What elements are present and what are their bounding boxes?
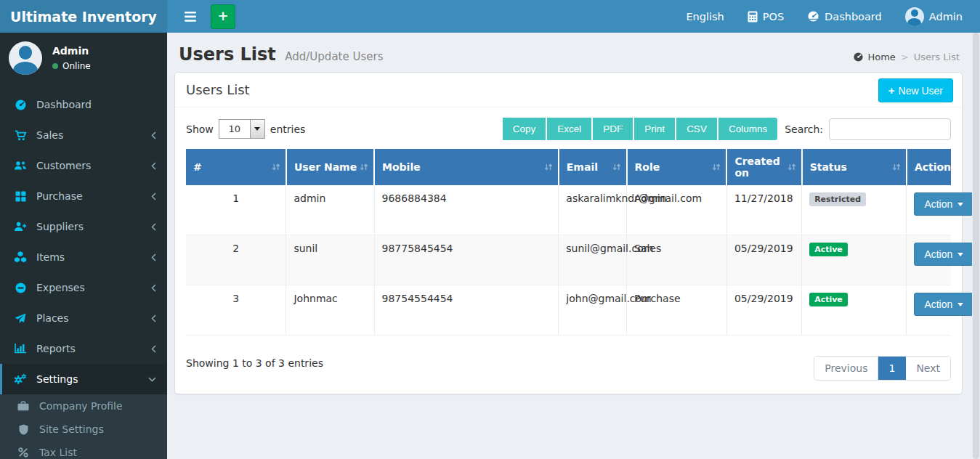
gears-icon bbox=[13, 373, 28, 385]
sidebar-toggle-button[interactable] bbox=[174, 0, 206, 33]
chevron-left-icon bbox=[151, 345, 156, 353]
column-header[interactable]: Action bbox=[907, 149, 951, 185]
cell-status: Restricted bbox=[802, 185, 907, 235]
vertical-scrollbar[interactable] bbox=[972, 33, 980, 459]
show-label: Show bbox=[186, 123, 214, 135]
users-icon bbox=[13, 161, 28, 171]
sidebar-item-settings[interactable]: Settings bbox=[0, 364, 167, 394]
column-header[interactable]: Mobile bbox=[374, 149, 559, 185]
sidebar-item-sales[interactable]: Sales bbox=[0, 120, 167, 150]
cell-created-on: 11/27/2018 bbox=[726, 185, 801, 235]
sort-icon[interactable] bbox=[787, 162, 797, 172]
sidebar-user-status: Online bbox=[52, 61, 91, 71]
cell-created-on: 05/29/2019 bbox=[726, 235, 801, 285]
caret-down-icon bbox=[250, 120, 264, 138]
scrollbar-thumb[interactable] bbox=[973, 33, 979, 459]
action-dropdown-button[interactable]: Action bbox=[914, 293, 973, 316]
sidebar-item-items[interactable]: Items bbox=[0, 242, 167, 272]
sidebar-item-tax-list[interactable]: Tax List bbox=[0, 441, 167, 459]
page-length-select[interactable]: 10 bbox=[219, 119, 265, 139]
search-control: Search: bbox=[785, 118, 951, 140]
panel-header: Users List + New User bbox=[175, 73, 962, 107]
breadcrumb-current: Users List bbox=[914, 52, 960, 62]
cell-role: Purchase bbox=[627, 285, 727, 336]
sort-icon[interactable] bbox=[543, 162, 554, 172]
sidebar-item-company-profile[interactable]: Company Profile bbox=[0, 394, 167, 418]
export-button[interactable]: Print bbox=[633, 118, 675, 140]
column-header[interactable]: User Name bbox=[286, 149, 374, 185]
sidebar-item-places[interactable]: Places bbox=[0, 303, 167, 333]
export-buttons: CopyExcelPDFPrintCSVColumns bbox=[501, 118, 777, 140]
cell-mobile: 9686884384 bbox=[374, 185, 559, 235]
sidebar-item-expenses[interactable]: Expenses bbox=[0, 272, 167, 303]
chevron-left-icon bbox=[151, 162, 156, 170]
export-button[interactable]: Excel bbox=[546, 118, 591, 140]
dashboard-link[interactable]: Dashboard bbox=[797, 0, 892, 33]
column-header[interactable]: Created on bbox=[726, 149, 801, 185]
column-header[interactable]: Email bbox=[559, 149, 627, 185]
column-header[interactable]: Status bbox=[802, 149, 907, 185]
search-input[interactable] bbox=[829, 118, 951, 140]
language-menu[interactable]: English bbox=[676, 0, 734, 33]
chevron-down-icon bbox=[148, 377, 156, 382]
pagination: Previous 1 Next bbox=[814, 356, 951, 381]
export-button[interactable]: CSV bbox=[675, 118, 717, 140]
pagination-next[interactable]: Next bbox=[906, 357, 950, 380]
cell-status: Active bbox=[802, 235, 907, 285]
panel-title: Users List bbox=[186, 82, 250, 97]
quick-add-button[interactable]: + bbox=[211, 4, 235, 29]
cell-status: Active bbox=[802, 285, 907, 336]
sort-icon[interactable] bbox=[271, 162, 281, 172]
main-content: Users List Add/Update Users Home > Users… bbox=[167, 33, 980, 459]
sidebar-item-dashboard[interactable]: Dashboard bbox=[0, 89, 167, 120]
cell-email: sunil@gmail.com bbox=[559, 235, 627, 285]
table-info: Showing 1 to 3 of 3 entries bbox=[186, 357, 323, 369]
cell-created-on: 05/29/2019 bbox=[726, 285, 801, 336]
sort-icon[interactable] bbox=[711, 162, 721, 172]
sort-icon[interactable] bbox=[612, 162, 622, 172]
sidebar-item-purchase[interactable]: Purchase bbox=[0, 181, 167, 211]
page-title: Users List bbox=[179, 44, 276, 65]
breadcrumb-separator: > bbox=[901, 52, 909, 62]
cell-mobile: 98775845454 bbox=[374, 235, 559, 285]
shield-icon bbox=[16, 424, 31, 435]
export-button[interactable]: Columns bbox=[717, 118, 777, 140]
sort-icon[interactable] bbox=[891, 162, 902, 172]
settings-submenu: Company Profile Site Settings Tax List bbox=[0, 394, 167, 459]
user-menu[interactable]: Admin bbox=[895, 0, 973, 33]
cell-email: askaralimkndr@gmail.com bbox=[559, 185, 627, 235]
column-header[interactable]: # bbox=[186, 149, 286, 185]
bar-chart-icon bbox=[13, 344, 28, 354]
table-row: 2 sunil 98775845454 sunil@gmail.com Sale… bbox=[186, 235, 951, 285]
action-dropdown-button[interactable]: Action bbox=[914, 243, 973, 266]
table-toolbar: Show 10 entries CopyExcelPDFPrintCSVColu… bbox=[186, 118, 951, 140]
panel-body: Show 10 entries CopyExcelPDFPrintCSVColu… bbox=[175, 107, 962, 394]
sidebar-item-customers[interactable]: Customers bbox=[0, 150, 167, 181]
export-button[interactable]: Copy bbox=[501, 118, 546, 140]
page-subtitle: Add/Update Users bbox=[285, 50, 383, 63]
table-row: 1 admin 9686884384 askaralimkndr@gmail.c… bbox=[186, 185, 951, 235]
action-dropdown-button[interactable]: Action bbox=[914, 192, 973, 216]
briefcase-icon bbox=[16, 401, 31, 411]
pos-link[interactable]: POS bbox=[737, 0, 794, 33]
pagination-page-1[interactable]: 1 bbox=[878, 357, 906, 380]
export-button[interactable]: PDF bbox=[591, 118, 633, 140]
pagination-previous[interactable]: Previous bbox=[814, 357, 878, 380]
column-header[interactable]: Role bbox=[627, 149, 727, 185]
brand-logo[interactable]: Ultimate Inventory bbox=[0, 0, 167, 33]
cell-number: 3 bbox=[186, 285, 286, 336]
sort-icon[interactable] bbox=[359, 162, 369, 172]
breadcrumb-home-link[interactable]: Home bbox=[853, 52, 895, 62]
sidebar-item-site-settings[interactable]: Site Settings bbox=[0, 418, 167, 441]
sidebar-item-suppliers[interactable]: Suppliers bbox=[0, 211, 167, 242]
cell-number: 1 bbox=[186, 185, 286, 235]
search-label: Search: bbox=[785, 123, 823, 135]
sidebar-item-reports[interactable]: Reports bbox=[0, 333, 167, 364]
new-user-button[interactable]: + New User bbox=[878, 78, 953, 102]
cubes-icon bbox=[13, 251, 28, 263]
table-row: 3 Johnmac 98754554454 john@gmail.com Pur… bbox=[186, 285, 951, 336]
chevron-left-icon bbox=[151, 131, 156, 139]
caret-down-icon bbox=[957, 203, 963, 206]
cell-role: Sales bbox=[627, 235, 727, 285]
chevron-left-icon bbox=[151, 253, 156, 261]
